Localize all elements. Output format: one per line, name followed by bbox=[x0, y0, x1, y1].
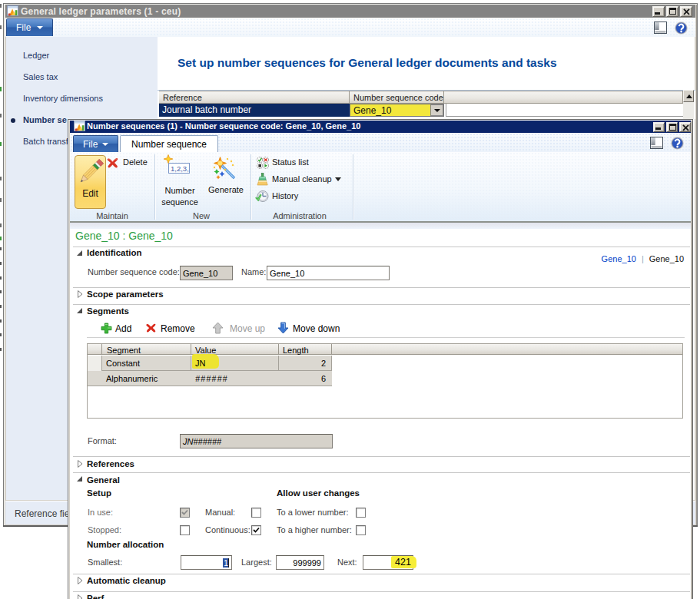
svg-text:1,2,3,: 1,2,3, bbox=[171, 164, 189, 173]
